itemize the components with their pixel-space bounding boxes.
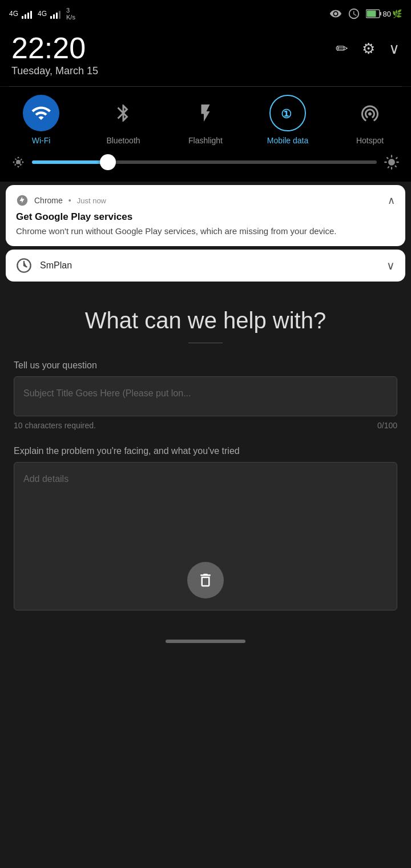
- brightness-high-icon: [384, 154, 400, 170]
- delete-button[interactable]: [187, 562, 224, 598]
- svg-rect-2: [380, 12, 381, 15]
- chrome-notification-card[interactable]: Chrome • Just now ∧ Get Google Play serv…: [6, 185, 405, 246]
- edit-icon[interactable]: ✏: [336, 40, 348, 58]
- brightness-fill: [32, 160, 108, 164]
- notif-expand-icon[interactable]: ∧: [388, 194, 395, 207]
- hotspot-icon-wrap: [352, 95, 388, 131]
- network-label-2: 4G: [38, 10, 47, 18]
- notif-app-name: Chrome: [34, 196, 63, 205]
- status-bar-left: 4G 4G 3K/s: [9, 7, 75, 21]
- notif-card-header: Chrome • Just now ∧: [16, 194, 395, 207]
- page-title: What can we help with?: [14, 308, 397, 333]
- brightness-slider[interactable]: [32, 160, 377, 164]
- trash-icon: [197, 572, 214, 589]
- char-count: 0/100: [377, 421, 397, 430]
- status-bar-right: 80 🌿: [329, 7, 402, 20]
- signal-bars-2: [50, 9, 61, 19]
- header-icons: ✏ ⚙ ∨: [336, 40, 400, 58]
- leaf-icon: 🌿: [392, 9, 402, 18]
- wifi-icon-wrap: [23, 95, 59, 131]
- bluetooth-icon-wrap: [105, 95, 142, 131]
- mobiledata-icon: ①: [277, 103, 298, 123]
- toggle-bluetooth[interactable]: Bluetooth: [95, 95, 152, 145]
- svg-text:①: ①: [281, 107, 292, 120]
- brightness-low-icon: [11, 155, 25, 169]
- collapse-icon[interactable]: ∨: [389, 40, 400, 58]
- clock-date: Tuesday, March 15: [11, 65, 98, 77]
- content-area: What can we help with? Tell us your ques…: [0, 285, 411, 624]
- details-textarea[interactable]: Add details: [14, 462, 397, 610]
- title-divider: [188, 343, 223, 343]
- mobiledata-icon-wrap: ①: [269, 95, 306, 131]
- mobiledata-label: Mobile data: [267, 136, 308, 145]
- signal-bars-1: [22, 9, 32, 19]
- home-pill: [166, 640, 245, 643]
- toggle-flashlight[interactable]: Flashlight: [177, 95, 234, 145]
- desc-label: Explain the problem you're facing, and w…: [14, 446, 397, 456]
- notif-body: Chrome won't run without Google Play ser…: [16, 225, 395, 237]
- toggle-mobiledata[interactable]: ① Mobile data: [259, 95, 316, 145]
- smplan-icon: [16, 258, 32, 274]
- smplan-chevron-icon[interactable]: ∨: [386, 259, 395, 272]
- alarm-icon: [348, 7, 360, 20]
- chrome-app-icon: [16, 194, 29, 207]
- battery-indicator: 80 🌿: [366, 9, 402, 18]
- clock-time: 22:20: [11, 33, 98, 63]
- question-label: Tell us your question: [14, 360, 397, 371]
- home-bar: [0, 624, 411, 658]
- bluetooth-label: Bluetooth: [106, 136, 140, 145]
- hotspot-label: Hotspot: [356, 136, 384, 145]
- notif-title: Get Google Play services: [16, 211, 395, 223]
- toggle-hotspot[interactable]: Hotspot: [341, 95, 398, 145]
- subject-input[interactable]: Subject Title Goes Here (Please put lon.…: [14, 376, 397, 416]
- flashlight-label: Flashlight: [188, 136, 223, 145]
- speed-indicator: 3K/s: [66, 7, 75, 21]
- notif-header: 22:20 Tuesday, March 15 ✏ ⚙ ∨: [0, 27, 411, 86]
- datetime-block: 22:20 Tuesday, March 15: [11, 33, 98, 77]
- bluetooth-icon: [113, 103, 134, 123]
- brightness-row: [0, 151, 411, 182]
- subject-placeholder: Subject Title Goes Here (Please put lon.…: [23, 388, 191, 398]
- toggle-wifi[interactable]: Wi-Fi: [13, 95, 70, 145]
- char-required-hint: 10 characters required.: [14, 421, 96, 430]
- input-hints: 10 characters required. 0/100: [14, 421, 397, 430]
- svg-rect-1: [366, 11, 376, 17]
- network-label-1: 4G: [9, 10, 18, 18]
- flashlight-icon-wrap: [187, 95, 224, 131]
- notif-time: Just now: [77, 196, 106, 205]
- battery-percent: 80: [383, 10, 391, 18]
- smplan-name: SmPlan: [40, 260, 72, 271]
- settings-icon[interactable]: ⚙: [362, 40, 375, 58]
- wifi-label: Wi-Fi: [32, 136, 51, 145]
- wifi-icon: [31, 103, 51, 123]
- flashlight-icon: [195, 103, 216, 123]
- brightness-thumb[interactable]: [100, 154, 116, 170]
- eye-icon: [329, 7, 342, 20]
- details-placeholder: Add details: [23, 474, 68, 484]
- hotspot-icon: [360, 103, 380, 123]
- smplan-notification-card[interactable]: SmPlan ∨: [6, 250, 405, 282]
- quick-toggles: Wi-Fi Bluetooth Flashlight ① Mobile data: [0, 87, 411, 151]
- status-bar: 4G 4G 3K/s: [0, 0, 411, 27]
- notif-dot: •: [68, 196, 71, 205]
